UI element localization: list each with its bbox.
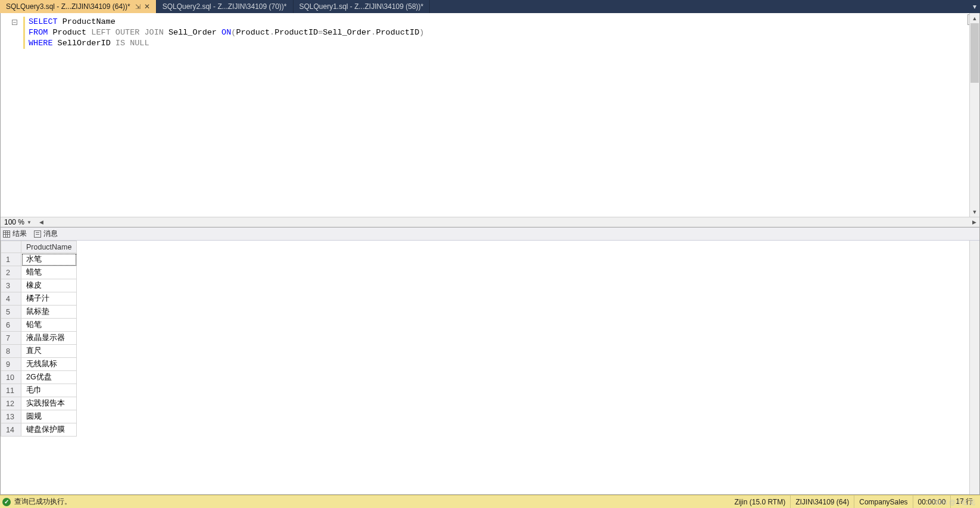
- cell-productname[interactable]: 键盘保护膜: [21, 423, 77, 437]
- row-header[interactable]: 9: [1, 358, 21, 371]
- results-grid[interactable]: ProductName 1水笔2蜡笔3橡皮4橘子汁5鼠标垫6铅笔7液晶显示器8直…: [1, 241, 969, 494]
- editor-horizontal-scroll: 100 % ▼ ◀ ▶: [1, 217, 979, 227]
- results-tabs: 结果 消息: [1, 227, 979, 241]
- tab-overflow-dropdown[interactable]: ▾: [969, 0, 980, 13]
- scroll-left-icon[interactable]: ◀: [36, 219, 46, 225]
- tab-label: SQLQuery3.sql - Z...ZIJIN\34109 (64))*: [6, 2, 130, 11]
- table-corner[interactable]: [1, 241, 21, 253]
- tab-sqlquery3[interactable]: SQLQuery3.sql - Z...ZIJIN\34109 (64))* ⇲…: [0, 0, 157, 13]
- results-vertical-scrollbar[interactable]: [969, 241, 979, 494]
- status-rowcount: 17 行: [950, 495, 978, 509]
- row-header[interactable]: 6: [1, 319, 21, 332]
- row-header[interactable]: 11: [1, 384, 21, 397]
- status-message: 查询已成功执行。: [14, 497, 71, 507]
- pin-icon[interactable]: ⇲: [135, 3, 141, 11]
- row-header[interactable]: 13: [1, 410, 21, 423]
- status-bar: ✓ 查询已成功执行。 Zijin (15.0 RTM) ZIJIN\34109 …: [0, 495, 980, 508]
- table-row[interactable]: 6铅笔: [1, 319, 77, 332]
- status-database: CompanySales: [854, 495, 912, 509]
- cell-productname[interactable]: 圆规: [21, 410, 77, 423]
- row-header[interactable]: 10: [1, 371, 21, 384]
- cell-productname[interactable]: 实践报告本: [21, 397, 77, 410]
- success-icon: ✓: [2, 498, 11, 506]
- status-login: ZIJIN\34109 (64): [790, 495, 854, 509]
- cell-productname[interactable]: 橘子汁: [21, 292, 77, 306]
- table-row[interactable]: 102G优盘: [1, 371, 77, 384]
- scroll-down-icon[interactable]: ▼: [970, 207, 979, 217]
- row-header[interactable]: 1: [1, 253, 21, 266]
- status-right: Zijin (15.0 RTM) ZIJIN\34109 (64) Compan…: [729, 495, 978, 509]
- collapse-icon[interactable]: −: [12, 20, 17, 25]
- cell-productname[interactable]: 2G优盘: [21, 371, 77, 384]
- chevron-down-icon[interactable]: ▼: [27, 220, 33, 225]
- row-header[interactable]: 3: [1, 279, 21, 292]
- table-row[interactable]: 4橘子汁: [1, 292, 77, 306]
- cell-productname[interactable]: 鼠标垫: [21, 306, 77, 319]
- tab-label: SQLQuery2.sql - Z...ZIJIN\34109 (70))*: [163, 2, 287, 11]
- cell-productname[interactable]: 水笔: [21, 253, 77, 266]
- document-tabs: SQLQuery3.sql - Z...ZIJIN\34109 (64))* ⇲…: [0, 0, 980, 13]
- cell-productname[interactable]: 橡皮: [21, 279, 77, 292]
- table-row[interactable]: 1水笔: [1, 253, 77, 266]
- grid-icon: [3, 230, 10, 238]
- table-row[interactable]: 2蜡笔: [1, 266, 77, 279]
- table-row[interactable]: 3橡皮: [1, 279, 77, 292]
- status-elapsed: 00:00:00: [913, 495, 951, 509]
- row-header[interactable]: 14: [1, 423, 21, 437]
- tab-sqlquery1[interactable]: SQLQuery1.sql - Z...ZIJIN\34109 (58))*: [294, 0, 430, 13]
- row-header[interactable]: 7: [1, 332, 21, 345]
- row-header[interactable]: 12: [1, 397, 21, 410]
- tab-label: SQLQuery1.sql - Z...ZIJIN\34109 (58))*: [299, 2, 424, 11]
- tab-sqlquery2[interactable]: SQLQuery2.sql - Z...ZIJIN\34109 (70))*: [157, 0, 294, 13]
- tab-messages[interactable]: 消息: [34, 229, 58, 239]
- table-row[interactable]: 9无线鼠标: [1, 358, 77, 371]
- row-header[interactable]: 8: [1, 345, 21, 358]
- tab-results[interactable]: 结果: [3, 229, 27, 239]
- cell-productname[interactable]: 毛巾: [21, 384, 77, 397]
- table-row[interactable]: 11毛巾: [1, 384, 77, 397]
- table-row[interactable]: 7液晶显示器: [1, 332, 77, 345]
- tab-messages-label: 消息: [43, 229, 58, 239]
- table-row[interactable]: 14键盘保护膜: [1, 423, 77, 437]
- cell-productname[interactable]: 液晶显示器: [21, 332, 77, 345]
- zoom-value: 100 %: [4, 218, 24, 226]
- close-icon[interactable]: ✕: [144, 2, 150, 11]
- column-header-productname[interactable]: ProductName: [21, 241, 77, 253]
- scroll-right-icon[interactable]: ▶: [969, 219, 979, 225]
- cell-productname[interactable]: 直尺: [21, 345, 77, 358]
- outline-gutter: −: [1, 13, 18, 217]
- cell-productname[interactable]: 蜡笔: [21, 266, 77, 279]
- row-header[interactable]: 5: [1, 306, 21, 319]
- status-server: Zijin (15.0 RTM): [729, 495, 790, 509]
- cell-productname[interactable]: 铅笔: [21, 319, 77, 332]
- results-panel: 结果 消息 ProductName 1水笔2蜡笔3橡皮4橘子汁5鼠标垫6铅笔7液…: [0, 227, 980, 495]
- messages-icon: [34, 230, 41, 238]
- code-area[interactable]: SELECT ProductName FROM Product LEFT OUT…: [18, 13, 969, 217]
- table-row[interactable]: 12实践报告本: [1, 397, 77, 410]
- table-row[interactable]: 8直尺: [1, 345, 77, 358]
- row-header[interactable]: 2: [1, 266, 21, 279]
- sql-editor: ⇕ − SELECT ProductName FROM Product LEFT…: [0, 13, 980, 227]
- table-row[interactable]: 13圆规: [1, 410, 77, 423]
- table-row[interactable]: 5鼠标垫: [1, 306, 77, 319]
- scroll-up-icon[interactable]: ▲: [970, 13, 979, 23]
- cell-productname[interactable]: 无线鼠标: [21, 358, 77, 371]
- tab-results-label: 结果: [13, 229, 27, 239]
- editor-vertical-scrollbar[interactable]: ▲ ▼: [969, 13, 979, 217]
- zoom-level[interactable]: 100 % ▼: [1, 218, 36, 226]
- row-header[interactable]: 4: [1, 292, 21, 306]
- scroll-thumb[interactable]: [970, 23, 979, 83]
